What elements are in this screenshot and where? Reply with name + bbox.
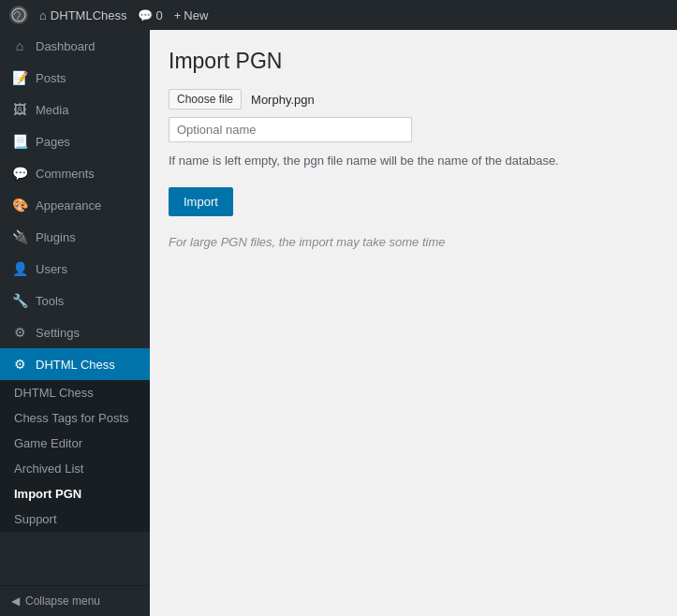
collapse-menu[interactable]: ◀ Collapse menu: [0, 585, 150, 616]
users-icon: 👤: [11, 261, 28, 276]
comments-link[interactable]: 💬 0: [138, 8, 162, 22]
hint-text: If name is left empty, the pgn file name…: [169, 152, 658, 170]
selected-file-name: Morphy.pgn: [251, 93, 315, 107]
submenu-archived-list[interactable]: Archived List: [0, 456, 150, 481]
submenu-dhtml-chess[interactable]: DHTML Chess: [0, 380, 150, 405]
file-chooser-row: Choose file Morphy.pgn: [169, 89, 658, 110]
sidebar-item-pages[interactable]: 📃 Pages: [0, 125, 150, 157]
sidebar-item-users[interactable]: 👤 Users: [0, 253, 150, 285]
main-content: Import PGN Choose file Morphy.pgn If nam…: [150, 30, 677, 616]
sidebar-item-dashboard[interactable]: ⌂ Dashboard: [0, 30, 150, 62]
dhtml-chess-icon: ⚙: [11, 357, 28, 372]
sidebar-item-dhtml-chess[interactable]: ⚙ DHTML Chess: [0, 348, 150, 380]
pages-icon: 📃: [11, 134, 28, 149]
tools-icon: 🔧: [11, 293, 28, 308]
submenu-import-pgn[interactable]: Import PGN: [0, 481, 150, 506]
posts-icon: 📝: [11, 70, 28, 85]
choose-file-button[interactable]: Choose file: [169, 89, 242, 110]
import-button[interactable]: Import: [169, 187, 233, 216]
topbar: ⌂ DHTMLChess 💬 0 + New: [0, 0, 677, 30]
collapse-icon: ◀: [11, 594, 20, 608]
optional-name-input[interactable]: [169, 117, 412, 142]
appearance-icon: 🎨: [11, 198, 28, 213]
sidebar-item-appearance[interactable]: 🎨 Appearance: [0, 189, 150, 221]
comment-icon: 💬: [138, 8, 153, 22]
site-name[interactable]: ⌂ DHTMLChess: [39, 8, 126, 22]
wp-icon: [9, 6, 28, 24]
sidebar-item-media[interactable]: 🖼 Media: [0, 94, 150, 125]
sidebar-item-settings[interactable]: ⚙ Settings: [0, 316, 150, 348]
media-icon: 🖼: [11, 102, 28, 117]
submenu-game-editor[interactable]: Game Editor: [0, 431, 150, 456]
large-file-note: For large PGN files, the import may take…: [169, 235, 658, 249]
plugins-icon: 🔌: [11, 229, 28, 244]
sidebar-item-comments[interactable]: 💬 Comments: [0, 157, 150, 189]
dashboard-icon: ⌂: [11, 38, 28, 53]
dhtml-chess-submenu: DHTML Chess Chess Tags for Posts Game Ed…: [0, 380, 150, 532]
sidebar-item-tools[interactable]: 🔧 Tools: [0, 285, 150, 316]
page-title: Import PGN: [169, 49, 658, 74]
sidebar-item-plugins[interactable]: 🔌 Plugins: [0, 221, 150, 253]
sidebar: ⌂ Dashboard 📝 Posts 🖼 Media 📃 Pages 💬 Co…: [0, 30, 150, 616]
plus-icon: +: [174, 8, 182, 22]
settings-icon: ⚙: [11, 325, 28, 340]
submenu-support[interactable]: Support: [0, 506, 150, 532]
sidebar-item-posts[interactable]: 📝 Posts: [0, 62, 150, 94]
new-menu[interactable]: + New: [174, 8, 209, 22]
submenu-chess-tags[interactable]: Chess Tags for Posts: [0, 405, 150, 431]
comments-icon: 💬: [11, 166, 28, 181]
